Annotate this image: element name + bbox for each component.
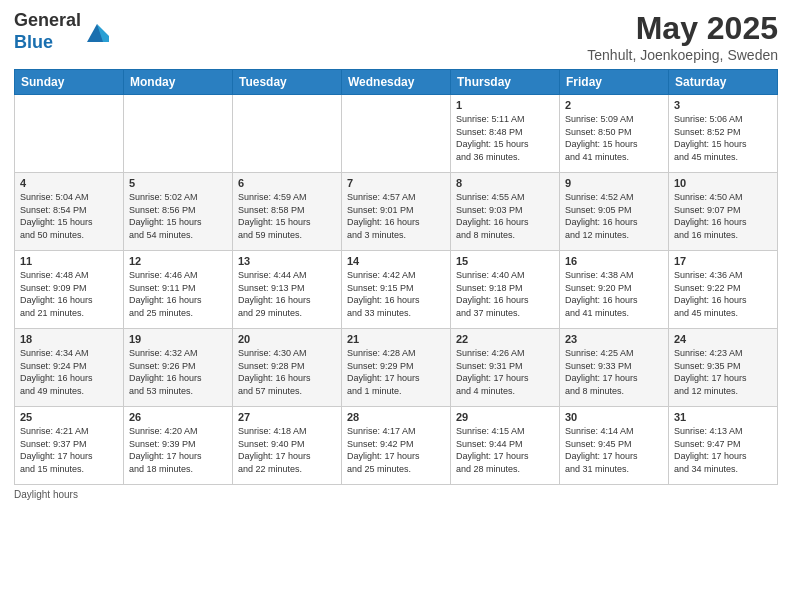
day-number: 23 bbox=[565, 333, 663, 345]
day-number: 29 bbox=[456, 411, 554, 423]
day-cell bbox=[233, 95, 342, 173]
week-row-0: 1Sunrise: 5:11 AM Sunset: 8:48 PM Daylig… bbox=[15, 95, 778, 173]
day-number: 21 bbox=[347, 333, 445, 345]
day-cell: 31Sunrise: 4:13 AM Sunset: 9:47 PM Dayli… bbox=[669, 407, 778, 485]
day-info: Sunrise: 4:38 AM Sunset: 9:20 PM Dayligh… bbox=[565, 269, 663, 319]
day-info: Sunrise: 4:42 AM Sunset: 9:15 PM Dayligh… bbox=[347, 269, 445, 319]
weekday-wednesday: Wednesday bbox=[342, 70, 451, 95]
day-cell: 24Sunrise: 4:23 AM Sunset: 9:35 PM Dayli… bbox=[669, 329, 778, 407]
day-info: Sunrise: 4:21 AM Sunset: 9:37 PM Dayligh… bbox=[20, 425, 118, 475]
day-info: Sunrise: 4:20 AM Sunset: 9:39 PM Dayligh… bbox=[129, 425, 227, 475]
day-number: 14 bbox=[347, 255, 445, 267]
day-info: Sunrise: 4:50 AM Sunset: 9:07 PM Dayligh… bbox=[674, 191, 772, 241]
footer: Daylight hours bbox=[14, 489, 778, 500]
day-cell: 1Sunrise: 5:11 AM Sunset: 8:48 PM Daylig… bbox=[451, 95, 560, 173]
day-info: Sunrise: 5:04 AM Sunset: 8:54 PM Dayligh… bbox=[20, 191, 118, 241]
day-info: Sunrise: 4:18 AM Sunset: 9:40 PM Dayligh… bbox=[238, 425, 336, 475]
day-number: 8 bbox=[456, 177, 554, 189]
day-cell: 2Sunrise: 5:09 AM Sunset: 8:50 PM Daylig… bbox=[560, 95, 669, 173]
logo: General Blue bbox=[14, 10, 111, 53]
day-cell: 9Sunrise: 4:52 AM Sunset: 9:05 PM Daylig… bbox=[560, 173, 669, 251]
page: General Blue May 2025 Tenhult, Joenkoepi… bbox=[0, 0, 792, 612]
day-number: 19 bbox=[129, 333, 227, 345]
main-title: May 2025 bbox=[587, 10, 778, 47]
day-cell: 13Sunrise: 4:44 AM Sunset: 9:13 PM Dayli… bbox=[233, 251, 342, 329]
day-number: 4 bbox=[20, 177, 118, 189]
weekday-header-row: SundayMondayTuesdayWednesdayThursdayFrid… bbox=[15, 70, 778, 95]
logo-blue: Blue bbox=[14, 32, 53, 52]
day-info: Sunrise: 4:13 AM Sunset: 9:47 PM Dayligh… bbox=[674, 425, 772, 475]
day-number: 13 bbox=[238, 255, 336, 267]
day-number: 20 bbox=[238, 333, 336, 345]
calendar-table: SundayMondayTuesdayWednesdayThursdayFrid… bbox=[14, 69, 778, 485]
day-cell: 11Sunrise: 4:48 AM Sunset: 9:09 PM Dayli… bbox=[15, 251, 124, 329]
week-row-2: 11Sunrise: 4:48 AM Sunset: 9:09 PM Dayli… bbox=[15, 251, 778, 329]
day-info: Sunrise: 4:25 AM Sunset: 9:33 PM Dayligh… bbox=[565, 347, 663, 397]
day-cell: 5Sunrise: 5:02 AM Sunset: 8:56 PM Daylig… bbox=[124, 173, 233, 251]
weekday-sunday: Sunday bbox=[15, 70, 124, 95]
day-number: 2 bbox=[565, 99, 663, 111]
day-number: 17 bbox=[674, 255, 772, 267]
day-info: Sunrise: 4:23 AM Sunset: 9:35 PM Dayligh… bbox=[674, 347, 772, 397]
day-info: Sunrise: 4:36 AM Sunset: 9:22 PM Dayligh… bbox=[674, 269, 772, 319]
day-cell: 16Sunrise: 4:38 AM Sunset: 9:20 PM Dayli… bbox=[560, 251, 669, 329]
day-info: Sunrise: 4:32 AM Sunset: 9:26 PM Dayligh… bbox=[129, 347, 227, 397]
day-cell: 22Sunrise: 4:26 AM Sunset: 9:31 PM Dayli… bbox=[451, 329, 560, 407]
day-number: 24 bbox=[674, 333, 772, 345]
day-info: Sunrise: 4:28 AM Sunset: 9:29 PM Dayligh… bbox=[347, 347, 445, 397]
day-cell bbox=[124, 95, 233, 173]
day-number: 18 bbox=[20, 333, 118, 345]
day-cell: 29Sunrise: 4:15 AM Sunset: 9:44 PM Dayli… bbox=[451, 407, 560, 485]
day-info: Sunrise: 4:59 AM Sunset: 8:58 PM Dayligh… bbox=[238, 191, 336, 241]
day-info: Sunrise: 4:17 AM Sunset: 9:42 PM Dayligh… bbox=[347, 425, 445, 475]
day-number: 25 bbox=[20, 411, 118, 423]
header: General Blue May 2025 Tenhult, Joenkoepi… bbox=[14, 10, 778, 63]
weekday-friday: Friday bbox=[560, 70, 669, 95]
day-info: Sunrise: 5:09 AM Sunset: 8:50 PM Dayligh… bbox=[565, 113, 663, 163]
day-number: 22 bbox=[456, 333, 554, 345]
day-number: 3 bbox=[674, 99, 772, 111]
day-cell: 23Sunrise: 4:25 AM Sunset: 9:33 PM Dayli… bbox=[560, 329, 669, 407]
day-cell bbox=[342, 95, 451, 173]
day-info: Sunrise: 5:02 AM Sunset: 8:56 PM Dayligh… bbox=[129, 191, 227, 241]
day-cell: 18Sunrise: 4:34 AM Sunset: 9:24 PM Dayli… bbox=[15, 329, 124, 407]
day-cell: 7Sunrise: 4:57 AM Sunset: 9:01 PM Daylig… bbox=[342, 173, 451, 251]
day-number: 7 bbox=[347, 177, 445, 189]
day-cell: 15Sunrise: 4:40 AM Sunset: 9:18 PM Dayli… bbox=[451, 251, 560, 329]
day-number: 1 bbox=[456, 99, 554, 111]
day-cell: 8Sunrise: 4:55 AM Sunset: 9:03 PM Daylig… bbox=[451, 173, 560, 251]
day-number: 27 bbox=[238, 411, 336, 423]
day-info: Sunrise: 4:30 AM Sunset: 9:28 PM Dayligh… bbox=[238, 347, 336, 397]
weekday-thursday: Thursday bbox=[451, 70, 560, 95]
day-cell: 3Sunrise: 5:06 AM Sunset: 8:52 PM Daylig… bbox=[669, 95, 778, 173]
day-cell: 19Sunrise: 4:32 AM Sunset: 9:26 PM Dayli… bbox=[124, 329, 233, 407]
day-number: 6 bbox=[238, 177, 336, 189]
weekday-saturday: Saturday bbox=[669, 70, 778, 95]
day-cell bbox=[15, 95, 124, 173]
day-cell: 14Sunrise: 4:42 AM Sunset: 9:15 PM Dayli… bbox=[342, 251, 451, 329]
day-cell: 26Sunrise: 4:20 AM Sunset: 9:39 PM Dayli… bbox=[124, 407, 233, 485]
day-info: Sunrise: 4:44 AM Sunset: 9:13 PM Dayligh… bbox=[238, 269, 336, 319]
day-cell: 21Sunrise: 4:28 AM Sunset: 9:29 PM Dayli… bbox=[342, 329, 451, 407]
day-info: Sunrise: 4:46 AM Sunset: 9:11 PM Dayligh… bbox=[129, 269, 227, 319]
day-info: Sunrise: 4:52 AM Sunset: 9:05 PM Dayligh… bbox=[565, 191, 663, 241]
logo-general: General bbox=[14, 10, 81, 30]
day-info: Sunrise: 4:55 AM Sunset: 9:03 PM Dayligh… bbox=[456, 191, 554, 241]
day-cell: 6Sunrise: 4:59 AM Sunset: 8:58 PM Daylig… bbox=[233, 173, 342, 251]
day-number: 9 bbox=[565, 177, 663, 189]
day-number: 26 bbox=[129, 411, 227, 423]
day-cell: 28Sunrise: 4:17 AM Sunset: 9:42 PM Dayli… bbox=[342, 407, 451, 485]
day-info: Sunrise: 5:11 AM Sunset: 8:48 PM Dayligh… bbox=[456, 113, 554, 163]
day-number: 30 bbox=[565, 411, 663, 423]
day-info: Sunrise: 4:26 AM Sunset: 9:31 PM Dayligh… bbox=[456, 347, 554, 397]
weekday-tuesday: Tuesday bbox=[233, 70, 342, 95]
day-number: 5 bbox=[129, 177, 227, 189]
day-info: Sunrise: 4:14 AM Sunset: 9:45 PM Dayligh… bbox=[565, 425, 663, 475]
day-number: 15 bbox=[456, 255, 554, 267]
weekday-monday: Monday bbox=[124, 70, 233, 95]
week-row-4: 25Sunrise: 4:21 AM Sunset: 9:37 PM Dayli… bbox=[15, 407, 778, 485]
week-row-1: 4Sunrise: 5:04 AM Sunset: 8:54 PM Daylig… bbox=[15, 173, 778, 251]
day-number: 11 bbox=[20, 255, 118, 267]
title-block: May 2025 Tenhult, Joenkoeping, Sweden bbox=[587, 10, 778, 63]
logo-icon bbox=[83, 18, 111, 46]
